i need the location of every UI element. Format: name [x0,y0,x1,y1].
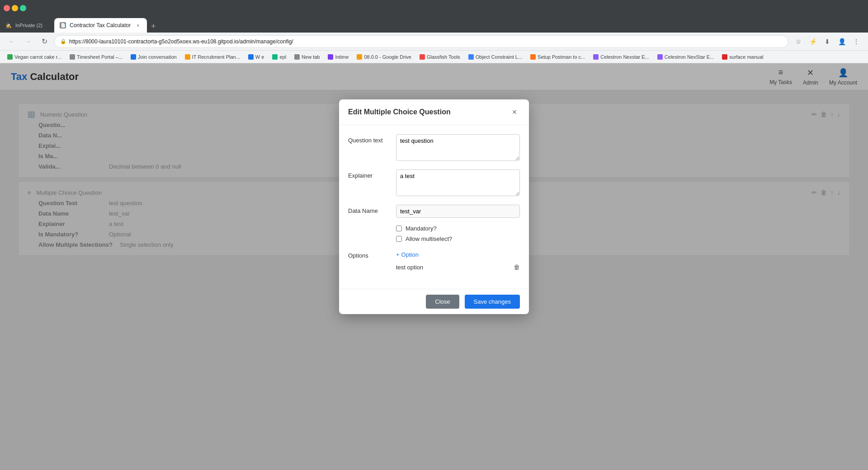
new-tab-button[interactable]: + [147,20,160,33]
incognito-icon: 🕵️ [5,23,12,28]
bookmark-glassfish[interactable]: Glassfish Tools [416,52,464,62]
bookmark-favicon-3 [131,54,136,60]
lock-icon: 🔒 [60,38,66,44]
data-name-input[interactable] [396,205,520,218]
save-changes-button[interactable]: Save changes [465,295,520,309]
bookmark-celestron1[interactable]: Celestron Nexstar E... [590,52,653,62]
options-field: + Option test option 🗑 [396,251,520,273]
bookmark-favicon-11 [468,54,474,60]
bookmark-favicon-8 [328,54,333,60]
bookmark-favicon-2 [70,54,75,60]
active-tab[interactable]: 📄 Contractor Tax Calculator × [54,18,147,33]
window-controls: × − □ [4,5,26,11]
add-option-button[interactable]: + Option [396,251,520,258]
bookmark-favicon [7,54,13,60]
bookmark-favicon-14 [657,54,663,60]
question-text-row: Question text test question [348,134,520,162]
forward-button[interactable]: → [22,35,34,48]
modal-body: Question text test question Explainer a … [339,125,529,289]
options-label: Options [348,249,389,259]
multiselect-checkbox-row: Allow multiselect? [396,235,520,242]
bookmark-surface[interactable]: surface manual [718,52,767,62]
bookmark-favicon-9 [357,54,362,60]
profile-icon[interactable]: 👤 [835,35,848,48]
edit-modal: Edit Multiple Choice Question × Question… [339,99,529,314]
options-row: Options + Option test option 🗑 [348,249,520,273]
explainer-label: Explainer [348,169,389,179]
bookmarks-bar: Vegan carrot cake r... Timesheet Portal … [0,51,868,63]
navigation-toolbar: ← → ↻ 🔒 https://8000-laura10101-contract… [0,33,868,51]
tab-favicon: 📄 [60,22,66,28]
data-name-field [396,205,520,218]
bookmark-join[interactable]: Join conversation [127,52,180,62]
modal-close-x-button[interactable]: × [509,107,520,118]
bookmark-favicon-5 [248,54,254,60]
tab-bar: 🕵️ InPrivate (2) 📄 Contractor Tax Calcul… [0,16,868,33]
reload-button[interactable]: ↻ [38,35,51,48]
mandatory-checkbox-row: Mandatory? [396,225,520,232]
bookmark-favicon-10 [420,54,425,60]
question-text-label: Question text [348,134,389,144]
bookmark-gdrive[interactable]: 08.0.0 - Google Drive [353,52,415,62]
bookmark-celestron2[interactable]: Celestron NexStar E... [654,52,717,62]
data-name-label: Data Name [348,205,389,214]
multiselect-checkbox[interactable] [396,236,402,242]
option-text: test option [396,264,423,271]
bookmark-timesheet[interactable]: Timesheet Portal –... [66,52,126,62]
app-container: Tax Calculator ≡ My Tasks ✕ Admin 👤 My A… [0,63,868,470]
mandatory-field: Mandatory? Allow multiselect? [396,225,520,246]
bookmark-favicon-13 [593,54,599,60]
bookmark-favicon-15 [722,54,727,60]
close-button[interactable]: × [4,5,10,11]
address-bar[interactable]: 🔒 https://8000-laura10101-contractorta-g… [54,35,788,48]
incognito-tab[interactable]: 🕵️ InPrivate (2) [0,18,54,33]
bookmark-epl[interactable]: epl [269,52,290,62]
explainer-input[interactable]: a test [396,169,520,196]
minimize-button[interactable]: − [12,5,18,11]
bookmark-it[interactable]: IT Recruitment Plan... [181,52,244,62]
option-delete-icon[interactable]: 🗑 [514,263,520,271]
menu-icon[interactable]: ⋮ [850,35,863,48]
extensions-icon[interactable]: ⚡ [807,35,819,48]
explainer-field: a test [396,169,520,197]
multiselect-label[interactable]: Allow multiselect? [406,235,452,242]
toolbar-icons: ☆ ⚡ ⬇ 👤 ⋮ [792,35,863,48]
downloads-icon[interactable]: ⬇ [821,35,834,48]
bookmark-favicon-6 [272,54,278,60]
close-button[interactable]: Close [426,295,459,309]
back-button[interactable]: ← [5,35,18,48]
bookmark-newtab[interactable]: New tab [291,52,323,62]
tab-label: Contractor Tax Calculator [70,22,131,28]
modal-overlay: Edit Multiple Choice Question × Question… [0,63,868,470]
mandatory-spacer [348,225,389,228]
option-item: test option 🗑 [396,262,520,273]
bookmark-favicon-12 [530,54,536,60]
add-option-icon: + [396,251,400,258]
bookmark-favicon-4 [185,54,190,60]
add-option-label: Option [401,251,419,258]
maximize-button[interactable]: □ [20,5,26,11]
mandatory-checkbox[interactable] [396,226,402,231]
bookmark-ocl[interactable]: Object Constraint L... [465,52,526,62]
title-bar: × − □ [0,0,868,16]
modal-title: Edit Multiple Choice Question [348,108,451,116]
bookmark-favicon-7 [294,54,300,60]
data-name-row: Data Name [348,205,520,218]
incognito-label: InPrivate (2) [15,23,42,28]
tab-close-icon[interactable]: × [134,22,142,29]
address-text: https://8000-laura10101-contractorta-g5o… [69,38,783,45]
modal-footer: Close Save changes [339,289,529,314]
bookmark-w[interactable]: W e [245,52,268,62]
bookmark-vegan[interactable]: Vegan carrot cake r... [4,52,65,62]
question-text-field: test question [396,134,520,162]
question-text-input[interactable]: test question [396,134,520,161]
modal-header: Edit Multiple Choice Question × [339,99,529,125]
mandatory-row: Mandatory? Allow multiselect? [348,225,520,246]
mandatory-label[interactable]: Mandatory? [406,225,437,232]
bookmark-postman[interactable]: Setup Postman to c... [527,52,589,62]
explainer-row: Explainer a test [348,169,520,197]
bookmark-intime[interactable]: Intime [324,52,352,62]
bookmark-star-icon[interactable]: ☆ [792,35,805,48]
